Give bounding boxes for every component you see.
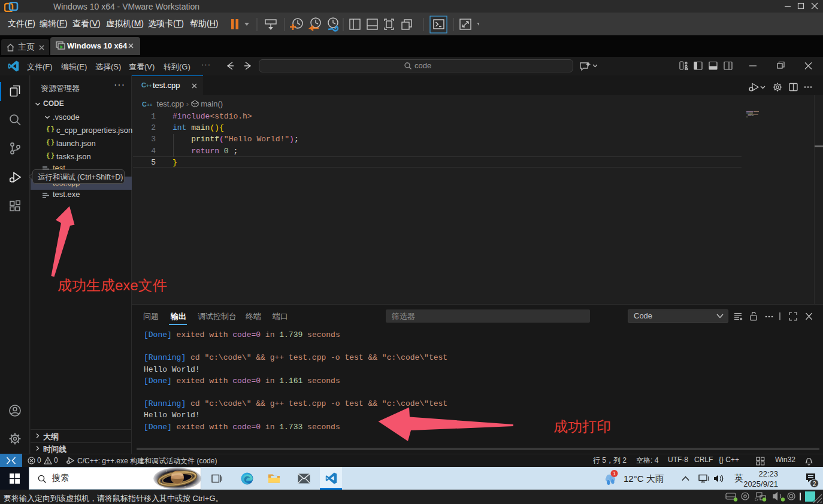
svg-text:1: 1 [613, 470, 616, 476]
